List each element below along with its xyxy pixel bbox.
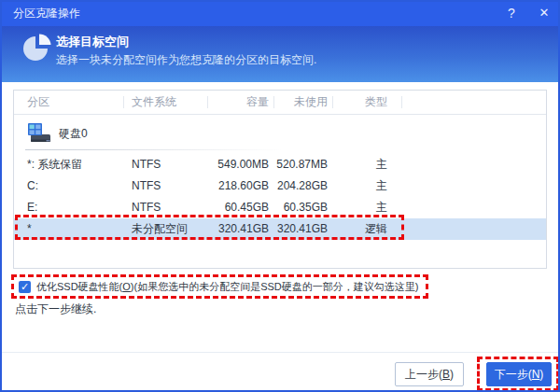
wizard-header: 选择目标空间 选择一块未分配空间作为您想克隆的分区的目标空间. — [0, 26, 560, 82]
table-row-system-reserved[interactable]: *: 系统保留 NTFS 549.00MB 520.87MB 主 — [14, 154, 546, 175]
footer-divider — [2, 352, 558, 353]
ssd-accesskey: O — [122, 281, 131, 292]
step-subtitle: 选择一块未分配空间作为您想克隆的分区的目标空间. — [56, 52, 316, 68]
column-header-filesystem: 文件系统 — [124, 91, 208, 114]
help-icon[interactable]: ? — [501, 0, 522, 26]
cell-type: 主 — [333, 175, 402, 197]
partition-table: 分区 文件系统 容量 未使用 类型 硬盘0 *: 系统保留 NTFS — [13, 90, 547, 269]
cell-partition: * — [14, 218, 124, 240]
partition-clone-dialog: { "window": { "title": "分区克隆操作", "help_g… — [0, 0, 560, 392]
hard-disk-icon — [27, 122, 52, 145]
cell-filesystem: NTFS — [124, 197, 208, 218]
cell-partition: *: 系统保留 — [14, 154, 124, 175]
cell-type: 主 — [333, 197, 402, 218]
ssd-optimize-option[interactable]: ✓ 优化SSD硬盘性能(O)(如果您选中的未分配空间是SSD硬盘的一部分，建议勾… — [11, 274, 428, 299]
cell-partition: C: — [14, 175, 124, 197]
table-header-row: 分区 文件系统 容量 未使用 类型 — [14, 91, 546, 115]
title-bar: 分区克隆操作 ? ✕ — [0, 0, 560, 26]
cell-capacity: 60.45GB — [208, 197, 274, 218]
table-row-unallocated-selected[interactable]: * 未分配空间 320.41GB 320.41GB 逻辑 — [14, 218, 546, 240]
table-row-c-drive[interactable]: C: NTFS 218.60GB 204.28GB 主 — [14, 175, 546, 197]
cell-type: 主 — [333, 154, 402, 175]
cell-filesystem: NTFS — [124, 175, 208, 197]
column-header-type: 类型 — [333, 91, 402, 114]
cell-filesystem: 未分配空间 — [124, 218, 208, 240]
cell-filesystem: NTFS — [124, 154, 208, 175]
column-header-spacer — [402, 91, 546, 114]
cell-unused: 60.35GB — [274, 197, 333, 218]
column-header-capacity: 容量 — [208, 91, 274, 114]
partition-rows: *: 系统保留 NTFS 549.00MB 520.87MB 主 C: NTFS… — [14, 154, 546, 240]
cell-unused: 520.87MB — [274, 154, 333, 175]
step-title: 选择目标空间 — [56, 34, 129, 50]
next-step-hint: 点击下一步继续. — [15, 301, 96, 317]
next-button[interactable]: 下一步(N) — [486, 362, 552, 386]
cell-unused: 320.41GB — [274, 218, 333, 240]
cell-capacity: 320.41GB — [208, 218, 274, 240]
cell-capacity: 549.00MB — [208, 154, 274, 175]
cell-type: 逻辑 — [333, 218, 402, 240]
cell-capacity: 218.60GB — [208, 175, 274, 197]
back-button[interactable]: 上一步(B) — [395, 362, 464, 386]
cell-unused: 204.28GB — [274, 175, 333, 197]
disk-group-row[interactable]: 硬盘0 — [14, 119, 88, 148]
table-row-e-drive[interactable]: E: NTFS 60.45GB 60.35GB 主 — [14, 197, 546, 218]
window-title: 分区克隆操作 — [13, 0, 80, 26]
pie-chart-icon — [21, 33, 52, 64]
ssd-checkbox-label: 优化SSD硬盘性能(O)(如果您选中的未分配空间是SSD硬盘的一部分，建议勾选这… — [36, 280, 418, 294]
disk-group-divider — [25, 149, 283, 150]
cell-partition: E: — [14, 197, 124, 218]
disk-group-label: 硬盘0 — [59, 126, 88, 142]
ssd-checkbox[interactable]: ✓ — [19, 281, 31, 293]
close-icon[interactable]: ✕ — [534, 0, 554, 26]
column-header-unused: 未使用 — [274, 91, 333, 114]
column-header-partition: 分区 — [14, 91, 124, 114]
